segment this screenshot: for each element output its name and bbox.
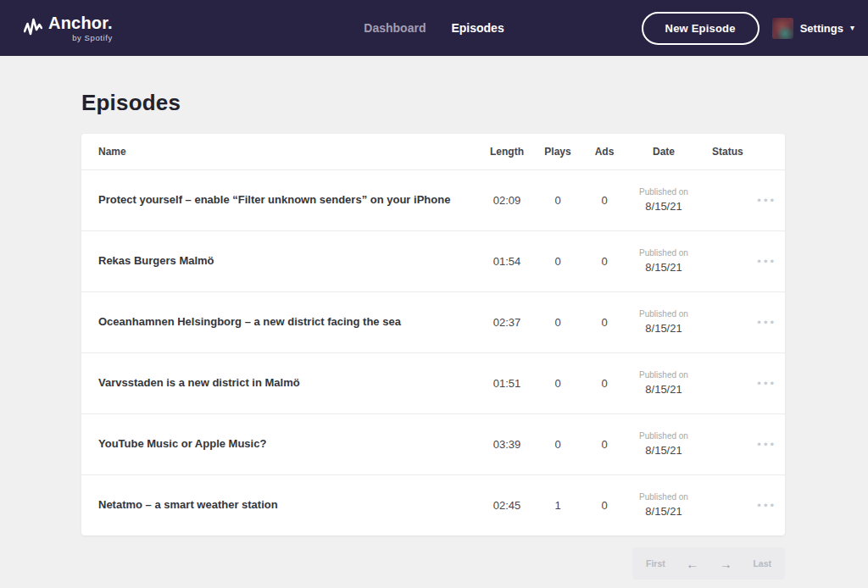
episode-length: 02:45 <box>480 499 534 512</box>
row-menu-ellipsis-icon[interactable]: ••• <box>757 438 776 451</box>
episode-ads: 0 <box>581 194 627 207</box>
published-date: 8/15/21 <box>645 505 682 518</box>
episode-length: 01:51 <box>480 377 534 390</box>
episode-title-link[interactable]: YouTube Music or Apple Music? <box>98 437 266 450</box>
episode-ads: 0 <box>581 316 627 329</box>
row-menu-ellipsis-icon[interactable]: ••• <box>757 255 776 268</box>
episode-plays: 0 <box>534 377 581 390</box>
published-on-label: Published on <box>627 308 700 320</box>
column-header-name: Name <box>81 146 480 158</box>
settings-menu-toggle[interactable]: Settings ▾ <box>772 18 854 39</box>
brand-tagline: by Spotify <box>72 33 113 42</box>
table-header-row: Name Length Plays Ads Date Status <box>81 134 785 169</box>
episode-title-link[interactable]: Netatmo – a smart weather station <box>98 498 278 511</box>
episode-length: 03:39 <box>480 438 534 451</box>
main-nav: Dashboard Episodes <box>364 0 504 56</box>
main-content: Episodes Name Length Plays Ads Date Stat… <box>0 56 868 580</box>
top-navbar: Anchor. by Spotify Dashboard Episodes Ne… <box>0 0 868 56</box>
nav-item-dashboard[interactable]: Dashboard <box>364 21 426 35</box>
episode-plays: 0 <box>534 255 581 268</box>
published-date: 8/15/21 <box>645 322 682 335</box>
episode-plays: 0 <box>534 438 581 451</box>
pagination-last-button[interactable]: Last <box>753 558 771 569</box>
column-header-date: Date <box>627 146 700 158</box>
episode-ads: 0 <box>581 255 627 268</box>
episode-date: Published on 8/15/21 <box>627 308 700 336</box>
episode-ads: 0 <box>581 499 627 512</box>
published-date: 8/15/21 <box>645 444 682 457</box>
brand-name: Anchor. <box>48 14 113 32</box>
episode-length: 02:37 <box>480 316 534 329</box>
column-header-plays: Plays <box>534 146 581 158</box>
published-on-label: Published on <box>627 186 700 198</box>
chevron-down-icon: ▾ <box>850 24 854 32</box>
table-row: Varvsstaden is a new district in Malmö 0… <box>81 352 785 413</box>
table-row: Protect yourself – enable “Filter unknow… <box>81 169 785 230</box>
episode-title-link[interactable]: Oceanhamnen Helsingborg – a new district… <box>98 315 401 328</box>
episode-date: Published on 8/15/21 <box>627 491 700 519</box>
table-row: YouTube Music or Apple Music? 03:39 0 0 … <box>81 413 785 474</box>
published-on-label: Published on <box>627 369 700 381</box>
episode-date: Published on 8/15/21 <box>627 369 700 397</box>
row-menu-ellipsis-icon[interactable]: ••• <box>757 194 776 207</box>
episode-length: 02:09 <box>480 194 534 207</box>
new-episode-button[interactable]: New Episode <box>642 12 760 45</box>
row-menu-ellipsis-icon[interactable]: ••• <box>757 377 776 390</box>
table-row: Netatmo – a smart weather station 02:45 … <box>81 474 785 535</box>
pagination: First ← → Last <box>632 547 785 580</box>
avatar <box>772 18 793 39</box>
published-date: 8/15/21 <box>645 200 682 213</box>
row-menu-ellipsis-icon[interactable]: ••• <box>757 499 776 512</box>
table-row: Rekas Burgers Malmö 01:54 0 0 Published … <box>81 230 785 291</box>
row-menu-ellipsis-icon[interactable]: ••• <box>757 316 776 329</box>
nav-right-group: New Episode Settings ▾ <box>642 12 854 45</box>
episode-date: Published on 8/15/21 <box>627 247 700 275</box>
episodes-table: Name Length Plays Ads Date Status Protec… <box>81 134 785 535</box>
column-header-ads: Ads <box>581 146 627 158</box>
episode-date: Published on 8/15/21 <box>627 186 700 214</box>
pagination-container: First ← → Last <box>81 547 785 580</box>
pagination-first-button[interactable]: First <box>646 558 665 569</box>
published-on-label: Published on <box>627 430 700 442</box>
episode-plays: 0 <box>534 316 581 329</box>
episode-title-link[interactable]: Rekas Burgers Malmö <box>98 254 214 267</box>
arrow-right-icon[interactable]: → <box>720 557 732 570</box>
nav-item-episodes[interactable]: Episodes <box>451 21 504 35</box>
episode-ads: 0 <box>581 438 627 451</box>
arrow-left-icon[interactable]: ← <box>686 557 698 570</box>
episode-date: Published on 8/15/21 <box>627 430 700 458</box>
published-date: 8/15/21 <box>645 261 682 274</box>
episode-title-link[interactable]: Varvsstaden is a new district in Malmö <box>98 376 300 389</box>
anchor-brand[interactable]: Anchor. by Spotify <box>24 14 113 42</box>
episode-plays: 1 <box>534 499 581 512</box>
column-header-status: Status <box>700 146 785 158</box>
episode-plays: 0 <box>534 194 581 207</box>
table-row: Oceanhamnen Helsingborg – a new district… <box>81 291 785 352</box>
column-header-length: Length <box>480 146 534 158</box>
published-date: 8/15/21 <box>645 383 682 396</box>
episode-title-link[interactable]: Protect yourself – enable “Filter unknow… <box>98 193 450 206</box>
episode-length: 01:54 <box>480 255 534 268</box>
published-on-label: Published on <box>627 491 700 503</box>
page-title: Episodes <box>81 90 868 116</box>
anchor-waveform-icon <box>24 17 42 39</box>
published-on-label: Published on <box>627 247 700 259</box>
settings-label: Settings <box>800 22 843 35</box>
episode-ads: 0 <box>581 377 627 390</box>
